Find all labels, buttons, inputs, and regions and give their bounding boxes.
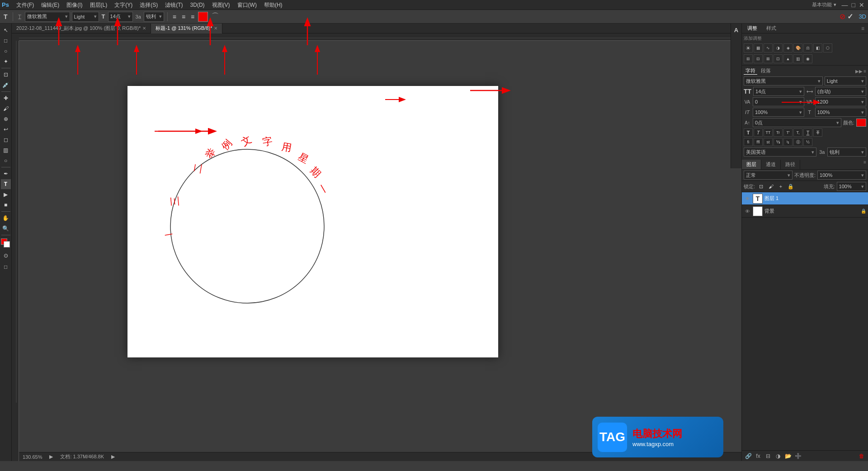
char-tab-para[interactable]: 段落	[759, 67, 773, 75]
panel-tab-adjustments[interactable]: 调整	[745, 25, 760, 32]
add-adjustment-btn[interactable]: ◑	[774, 452, 783, 460]
char-language[interactable]: 美国英语 ▾	[744, 147, 816, 157]
workspace-selector[interactable]: 基本功能 ▾	[808, 1, 840, 8]
adj-threshold[interactable]: ▲	[783, 54, 793, 63]
dodge-tool[interactable]: ○	[1, 156, 11, 166]
adj-levels[interactable]: ▦	[754, 43, 763, 52]
type-tool[interactable]: T	[1, 179, 11, 189]
adj-exposure[interactable]: ◑	[774, 43, 783, 52]
fill-field[interactable]: 100% ▾	[837, 182, 866, 191]
heal-tool[interactable]: ✚	[1, 93, 11, 103]
char-panel-expand[interactable]: ▶▶	[855, 69, 863, 74]
style-subscript[interactable]: T,	[793, 128, 802, 137]
selection-tool[interactable]: □	[1, 36, 11, 46]
brush-tool[interactable]: 🖌	[1, 104, 11, 114]
path-select-tool[interactable]: ▶	[1, 190, 11, 200]
eraser-tool[interactable]: ◻	[1, 135, 11, 145]
ot-ord[interactable]: st	[764, 138, 773, 146]
font-family-dropdown[interactable]: 微软雅黑 ▾	[25, 12, 70, 22]
adj-brightness[interactable]: ☀	[744, 43, 753, 52]
lock-all-btn[interactable]: 🔒	[787, 182, 795, 190]
menu-3d[interactable]: 3D(D)	[187, 0, 208, 10]
char-font-family[interactable]: 微软雅黑 ▾	[744, 76, 823, 86]
char-font-style[interactable]: Light ▾	[825, 76, 866, 86]
panel-menu-icon[interactable]: ≡	[860, 25, 865, 32]
cancel-text-btn[interactable]: ⊘	[840, 12, 845, 21]
close-btn[interactable]: ✕	[857, 1, 866, 9]
layer-row-bg[interactable]: 👁 背景 🔒	[742, 205, 868, 218]
add-style-btn[interactable]: fx	[754, 452, 763, 460]
canvas-viewport[interactable]: 举 例 文 字 用 星 期 一	[19, 41, 741, 452]
lock-image-btn[interactable]: 🖌	[767, 182, 775, 190]
zoom-tool[interactable]: 🔍	[1, 224, 11, 233]
blend-mode-field[interactable]: 正常 ▾	[744, 171, 793, 180]
char-kerning[interactable]: 0 ▾	[753, 97, 804, 106]
style-strikethrough[interactable]: T	[813, 128, 822, 137]
text-color-swatch[interactable]	[198, 12, 208, 22]
shape-tool[interactable]: ■	[1, 200, 11, 210]
ot-tab[interactable]: ⓪	[793, 138, 802, 146]
tab-1-close[interactable]: ✕	[142, 26, 146, 31]
char-color-swatch[interactable]	[856, 119, 866, 127]
panel-tab-styles[interactable]: 样式	[764, 25, 779, 32]
eyedropper-tool[interactable]: 💉	[1, 80, 11, 90]
adj-photofilter[interactable]: ⬡	[823, 43, 832, 52]
ot-fi[interactable]: fi	[744, 138, 753, 146]
commit-text-btn[interactable]: ✓	[847, 12, 853, 21]
menu-view[interactable]: 视图(V)	[208, 0, 234, 10]
menu-filter[interactable]: 滤镜(T)	[161, 0, 186, 10]
history-tool[interactable]: ↩	[1, 124, 11, 134]
char-aa-method[interactable]: 锐利 ▾	[827, 147, 866, 157]
char-panel-icon[interactable]: A	[732, 25, 741, 34]
font-size-dropdown[interactable]: 14点 ▾	[108, 12, 133, 22]
menu-layer[interactable]: 图层(L)	[86, 0, 111, 10]
adj-invert[interactable]: ⊠	[764, 54, 773, 63]
tab-2[interactable]: 标题-1 @ 131% (RGB/8)* ✕	[151, 24, 222, 33]
move-tool[interactable]: ↖	[1, 25, 11, 35]
new-layer-btn[interactable]: ➕	[793, 452, 802, 460]
adj-colorlookup[interactable]: ⊟	[754, 54, 763, 63]
text-orientation-btn[interactable]: ⌶	[16, 13, 23, 21]
adj-channelmixer[interactable]: ⊞	[744, 54, 753, 63]
menu-select[interactable]: 选择(S)	[136, 0, 161, 10]
font-style-dropdown[interactable]: Light ▾	[72, 12, 99, 22]
antialiasing-dropdown[interactable]: 锐利 ▾	[144, 12, 164, 22]
gradient-tool[interactable]: ▥	[1, 145, 11, 155]
char-font-size[interactable]: 14点 ▾	[753, 87, 804, 96]
status-arrow-btn[interactable]: ▶	[111, 454, 115, 460]
background-color[interactable]	[4, 241, 10, 247]
maximize-btn[interactable]: □	[850, 1, 857, 9]
add-mask-btn[interactable]: ⊟	[764, 452, 773, 460]
char-tab-char[interactable]: 字符	[744, 67, 757, 75]
stamp-tool[interactable]: ⊕	[1, 114, 11, 124]
char-leading[interactable]: (自动) ▾	[815, 87, 866, 96]
menu-type[interactable]: 文字(Y)	[111, 0, 136, 10]
ot-frac[interactable]: ⅓	[774, 138, 783, 146]
style-superscript[interactable]: T'	[783, 128, 793, 137]
crop-tool[interactable]: ⊡	[1, 70, 11, 80]
adj-colorbalance[interactable]: ⚖	[803, 43, 812, 52]
bg-layer-visibility[interactable]: 👁	[744, 208, 751, 215]
lock-transparent-btn[interactable]: ⊡	[757, 182, 765, 190]
layer-1-visibility[interactable]: 👁	[744, 195, 751, 202]
menu-help[interactable]: 帮助(H)	[260, 0, 286, 10]
minimize-btn[interactable]: —	[840, 1, 850, 9]
text-tool-btn[interactable]: T	[2, 12, 9, 21]
adj-selectivecolor[interactable]: ◉	[803, 54, 812, 63]
layers-tab-layers[interactable]: 图层	[742, 160, 761, 169]
adj-curves[interactable]: ∿	[764, 43, 773, 52]
align-right-btn[interactable]: ≡	[189, 12, 196, 21]
layer-row-1[interactable]: 👁 T 图层 1	[742, 192, 868, 205]
adj-posterize[interactable]: ⊡	[774, 54, 783, 63]
layers-tab-channels[interactable]: 通道	[761, 160, 781, 169]
new-group-btn[interactable]: 📂	[783, 452, 793, 460]
adj-bw[interactable]: ◧	[813, 43, 822, 52]
char-hscale[interactable]: 100% ▾	[815, 108, 867, 117]
ot-oldnum[interactable]: ¹₂	[783, 138, 793, 146]
layers-tab-paths[interactable]: 路径	[781, 160, 800, 169]
style-italic[interactable]: T	[754, 128, 763, 137]
layers-panel-menu[interactable]: ≡	[862, 160, 868, 169]
quick-mask-btn[interactable]: ⊙	[1, 251, 11, 261]
foreground-background-colors[interactable]	[1, 238, 11, 248]
lasso-tool[interactable]: ○	[1, 46, 11, 56]
